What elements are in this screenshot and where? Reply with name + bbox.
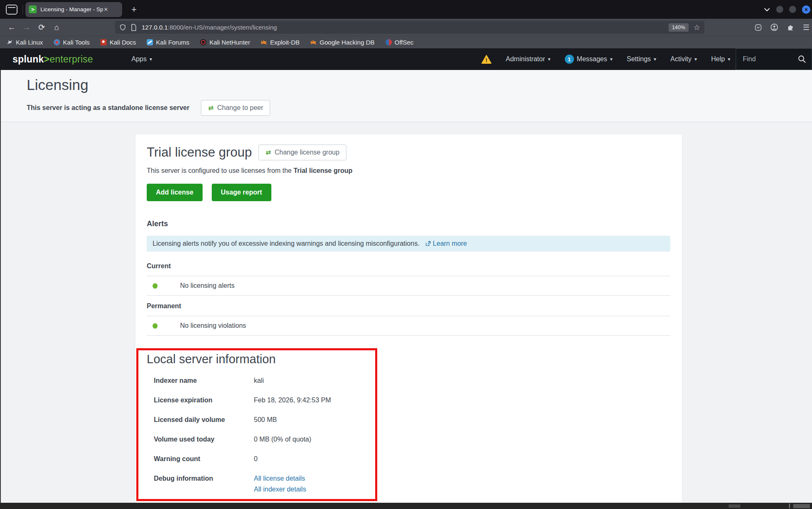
bookmark-exploit-db[interactable]: Exploit-DB bbox=[261, 39, 300, 46]
table-row: Indexer namekali bbox=[154, 377, 682, 384]
tracking-shield-icon[interactable] bbox=[119, 24, 126, 31]
alerts-banner-text: Licensing alerts notify you of excessive… bbox=[153, 240, 419, 247]
messages-menu[interactable]: 1Messages▾ bbox=[565, 55, 613, 64]
chevron-down-icon: ▾ bbox=[728, 56, 730, 62]
local-server-info-title: Local server information bbox=[147, 352, 682, 366]
apps-menu[interactable]: Apps▾ bbox=[131, 55, 152, 63]
license-group-title: Trial license group bbox=[147, 145, 252, 160]
search-icon[interactable] bbox=[797, 55, 807, 64]
settings-menu[interactable]: Settings▾ bbox=[627, 55, 657, 63]
bookmark-offsec[interactable]: OffSec bbox=[386, 39, 414, 46]
account-icon[interactable] bbox=[770, 23, 778, 31]
learn-more-link[interactable]: Learn more bbox=[425, 240, 467, 247]
tab-separator bbox=[23, 5, 23, 15]
current-alert-row: No licensing alerts bbox=[147, 276, 670, 295]
table-row-debug: Debug information All license details Al… bbox=[154, 475, 682, 493]
browser-nav-bar: ← → ⟳ ⌂ 127.0.0.1:8000/en-US/manager/sys… bbox=[0, 19, 812, 36]
pocket-icon[interactable] bbox=[754, 24, 762, 31]
taskbar-mark bbox=[789, 504, 790, 508]
kali-nethunter-icon bbox=[200, 39, 206, 45]
activity-menu[interactable]: Activity▾ bbox=[670, 55, 697, 63]
window-maximize-button[interactable] bbox=[789, 6, 796, 13]
current-alert-status: No licensing alerts bbox=[180, 282, 235, 289]
splunk-logo[interactable]: splunk>enterprise bbox=[13, 54, 93, 65]
bookmark-google-hacking-db[interactable]: Google Hacking DB bbox=[311, 39, 375, 46]
page-info-icon[interactable] bbox=[130, 24, 137, 31]
taskbar bbox=[0, 503, 812, 509]
splunk-header: splunk>enterprise Apps▾ ! Administrator▾… bbox=[0, 48, 812, 70]
change-to-peer-button[interactable]: ⇄Change to peer bbox=[201, 100, 270, 116]
window-close-button[interactable]: × bbox=[802, 5, 810, 14]
svg-text:!: ! bbox=[486, 57, 487, 63]
swap-icon: ⇄ bbox=[208, 104, 213, 112]
license-group-description: This server is configured to use license… bbox=[147, 167, 682, 175]
page-header: Licensing This server is acting as a sta… bbox=[0, 70, 812, 122]
browser-tab[interactable]: > Licensing - Manager - Spl × bbox=[25, 2, 122, 17]
usage-report-button[interactable]: Usage report bbox=[212, 184, 271, 201]
offsec-icon bbox=[386, 39, 392, 45]
status-ok-dot bbox=[153, 283, 158, 289]
bookmark-star-icon[interactable]: ☆ bbox=[694, 23, 700, 32]
local-server-info-table: Indexer namekali License expirationFeb 1… bbox=[154, 377, 682, 493]
taskbar-mark bbox=[793, 504, 810, 508]
reload-button[interactable]: ⟳ bbox=[34, 22, 49, 32]
firefox-view-icon[interactable] bbox=[6, 5, 18, 15]
google-hacking-db-icon bbox=[311, 39, 317, 45]
warning-icon[interactable]: ! bbox=[481, 55, 491, 64]
find-search-box[interactable] bbox=[736, 48, 812, 70]
status-ok-dot bbox=[153, 323, 158, 329]
table-row: Warning count0 bbox=[154, 455, 682, 463]
chevron-down-icon: ▾ bbox=[654, 56, 656, 62]
bookmark-kali-nethunter[interactable]: Kali NetHunter bbox=[200, 39, 250, 46]
window-edge bbox=[0, 70, 1, 509]
alerts-info-banner: Licensing alerts notify you of excessive… bbox=[147, 236, 670, 252]
bookmark-kali-docs[interactable]: Kali Docs bbox=[100, 39, 136, 46]
change-license-group-button[interactable]: ⇄Change license group bbox=[258, 145, 346, 160]
forward-button[interactable]: → bbox=[19, 23, 34, 32]
alerts-current-label: Current bbox=[147, 262, 682, 270]
back-button[interactable]: ← bbox=[4, 23, 19, 32]
window-minimize-button[interactable] bbox=[776, 6, 783, 13]
url-path: :8000/en-US/manager/system/licensing bbox=[168, 24, 277, 31]
taskbar-mark bbox=[729, 504, 740, 508]
table-row: License expirationFeb 18, 2026, 9:42:53 … bbox=[154, 397, 682, 404]
bookmark-kali-linux[interactable]: Kali Linux bbox=[7, 39, 43, 46]
exploit-db-icon bbox=[261, 39, 267, 45]
kali-forums-icon bbox=[147, 39, 153, 45]
tab-title: Licensing - Manager - Spl bbox=[40, 6, 103, 12]
tab-list-chevron-icon[interactable] bbox=[764, 7, 770, 12]
tab-close-icon[interactable]: × bbox=[104, 5, 108, 14]
chevron-down-icon: ▾ bbox=[610, 56, 612, 62]
kali-tools-icon bbox=[54, 39, 60, 45]
chevron-down-icon: ▾ bbox=[150, 56, 152, 62]
all-license-details-link[interactable]: All license details bbox=[254, 475, 306, 482]
standalone-server-text: This server is acting as a standalone li… bbox=[27, 104, 189, 112]
kali-docs-icon bbox=[100, 39, 107, 45]
bookmark-kali-tools[interactable]: Kali Tools bbox=[54, 39, 90, 46]
find-input[interactable] bbox=[742, 55, 794, 63]
alerts-title: Alerts bbox=[147, 220, 682, 228]
splunk-favicon-icon: > bbox=[29, 5, 37, 13]
messages-count-badge: 1 bbox=[565, 55, 574, 64]
zoom-level-badge[interactable]: 140% bbox=[669, 23, 689, 32]
help-menu[interactable]: Help▾ bbox=[711, 55, 730, 63]
administrator-menu[interactable]: Administrator▾ bbox=[506, 55, 550, 63]
all-indexer-details-link[interactable]: All indexer details bbox=[254, 486, 306, 493]
swap-icon: ⇄ bbox=[266, 149, 271, 156]
extensions-icon[interactable] bbox=[787, 23, 794, 31]
license-card: Trial license group ⇄Change license grou… bbox=[135, 135, 682, 503]
divider bbox=[147, 335, 670, 336]
new-tab-button[interactable]: + bbox=[131, 4, 137, 15]
permanent-alert-status: No licensing violations bbox=[180, 322, 246, 329]
menu-icon[interactable]: ☰ bbox=[803, 23, 809, 32]
bookmark-kali-forums[interactable]: Kali Forums bbox=[147, 39, 189, 46]
browser-tab-bar: > Licensing - Manager - Spl × + × bbox=[0, 0, 812, 19]
alerts-permanent-label: Permanent bbox=[147, 302, 682, 310]
url-bar[interactable]: 127.0.0.1:8000/en-US/manager/system/lice… bbox=[115, 21, 704, 34]
chevron-down-icon: ▾ bbox=[548, 56, 551, 62]
table-row: Volume used today0 MB (0% of quota) bbox=[154, 436, 682, 443]
divider bbox=[147, 295, 670, 296]
kali-linux-icon bbox=[7, 39, 13, 45]
home-button[interactable]: ⌂ bbox=[49, 23, 64, 32]
add-license-button[interactable]: Add license bbox=[147, 184, 203, 201]
